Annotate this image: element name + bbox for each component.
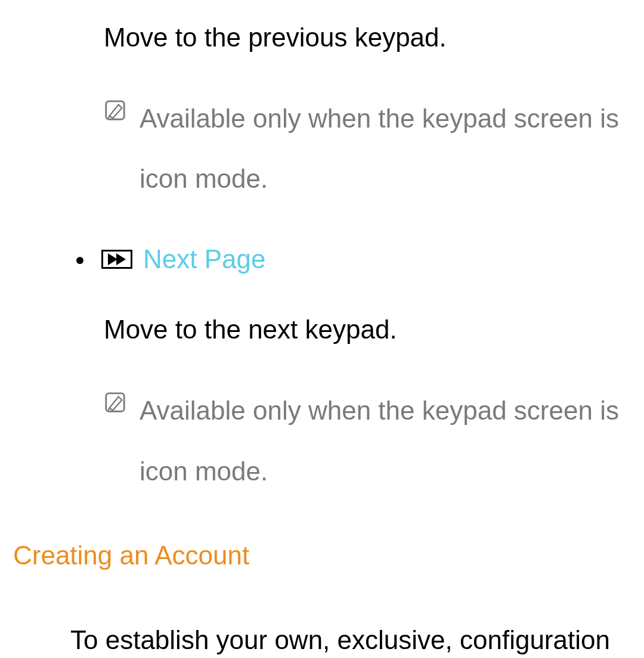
bullet-icon — [76, 257, 83, 264]
note-icon — [104, 93, 126, 132]
prev-description: Move to the previous keypad. — [13, 18, 631, 57]
next-description: Move to the next keypad. — [13, 310, 631, 349]
fast-forward-icon — [101, 250, 132, 269]
prev-note-block: Available only when the keypad screen is… — [13, 88, 631, 209]
svg-line-1 — [109, 116, 110, 119]
next-note-block: Available only when the keypad screen is… — [13, 380, 631, 501]
prev-note-text: Available only when the keypad screen is… — [140, 88, 631, 209]
section-body: To establish your own, exclusive, config… — [13, 610, 631, 658]
next-page-bullet-row: Next Page — [13, 240, 631, 279]
section-heading: Creating an Account — [13, 536, 631, 575]
next-page-label: Next Page — [143, 240, 265, 279]
note-icon — [104, 385, 126, 424]
svg-line-3 — [109, 408, 110, 411]
next-note-text: Available only when the keypad screen is… — [140, 380, 631, 501]
